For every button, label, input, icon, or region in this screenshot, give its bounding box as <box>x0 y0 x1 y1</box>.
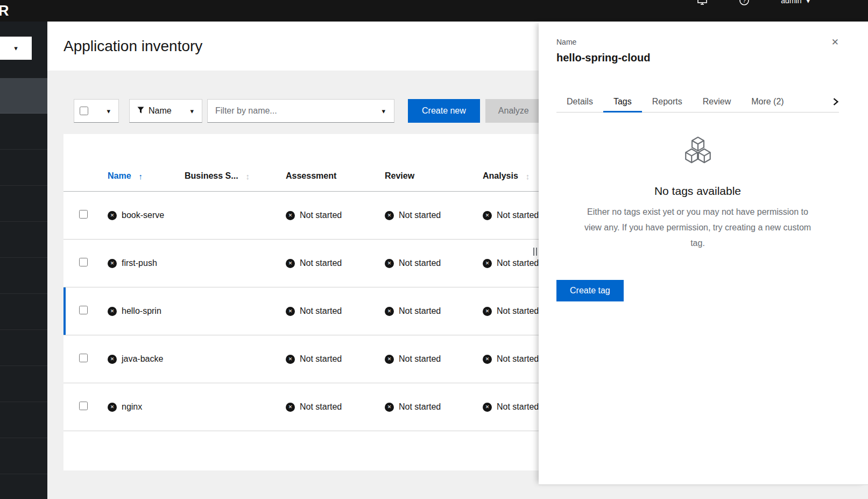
times-circle-icon <box>286 355 295 364</box>
sidebar-item[interactable] <box>0 114 47 150</box>
row-checkbox[interactable] <box>79 210 88 219</box>
chevron-down-icon: ▾ <box>806 0 810 4</box>
times-circle-icon <box>483 211 492 220</box>
details-drawer: Name hello-spring-cloud ✕ Details Tags R… <box>539 22 868 485</box>
name-filter-select[interactable]: ▾ <box>207 99 394 123</box>
analyze-button[interactable]: Analyze <box>485 99 542 123</box>
create-new-button[interactable]: Create new <box>408 99 480 123</box>
assessment-status: Not started <box>286 258 385 268</box>
bulk-select-checkbox[interactable] <box>80 107 88 115</box>
filter-by-name-input[interactable] <box>214 106 382 116</box>
assessment-status: Not started <box>286 354 385 364</box>
sidebar-item[interactable] <box>0 150 47 186</box>
perspective-dropdown[interactable]: ▾ <box>0 37 32 60</box>
filter-category-label: Name <box>149 106 172 116</box>
username: admin <box>781 0 801 5</box>
page-title: Application inventory <box>63 38 202 55</box>
masthead-actions: ? admin ▾ <box>697 0 810 6</box>
bulk-select-dropdown[interactable]: ▾ <box>74 99 119 123</box>
review-status: Not started <box>385 354 483 364</box>
sort-ascending-icon: ↑ <box>139 172 143 181</box>
svg-text:?: ? <box>743 0 746 4</box>
review-status: Not started <box>385 258 483 268</box>
tab-reports[interactable]: Reports <box>642 91 693 112</box>
times-circle-icon <box>286 403 295 412</box>
chevron-down-icon: ▾ <box>190 108 194 115</box>
chevron-right-icon[interactable] <box>832 91 839 112</box>
drawer-application-name: hello-spring-cloud <box>556 52 650 64</box>
header-cell-checkbox <box>63 181 108 191</box>
review-status: Not started <box>385 402 483 412</box>
sidebar-item[interactable] <box>0 402 47 438</box>
times-circle-icon <box>483 259 492 268</box>
user-menu[interactable]: admin ▾ <box>781 0 810 5</box>
column-header-name[interactable]: Name ↑ <box>108 171 185 191</box>
row-checkbox[interactable] <box>79 354 88 362</box>
times-circle-icon <box>385 259 394 268</box>
times-circle-icon <box>286 259 295 268</box>
row-checkbox[interactable] <box>79 258 88 266</box>
sort-icon: ↕ <box>526 172 530 181</box>
sidebar-item[interactable] <box>0 366 47 402</box>
empty-state-description: Either no tags exist yet or you may not … <box>582 205 814 251</box>
sidebar-item[interactable] <box>0 222 47 258</box>
assessment-status: Not started <box>286 402 385 412</box>
times-circle-icon <box>385 307 394 316</box>
assessment-status: Not started <box>286 306 385 316</box>
app-root: R ? admin ▾ ▾ <box>0 0 868 499</box>
column-header-review: Review <box>385 171 483 191</box>
chevron-down-icon: ▾ <box>107 108 110 115</box>
times-circle-icon <box>385 211 394 220</box>
sidebar-item[interactable] <box>0 438 47 474</box>
cubes-icon <box>681 159 715 168</box>
create-tag-button[interactable]: Create tag <box>556 280 624 301</box>
application-name: nginx <box>122 402 142 412</box>
review-status: Not started <box>385 210 483 220</box>
drawer-field-label: Name <box>556 38 650 46</box>
drawer-resize-handle[interactable] <box>533 248 537 256</box>
chevron-down-icon: ▾ <box>382 108 385 115</box>
application-name: java-backe <box>122 354 163 364</box>
sort-icon: ↕ <box>246 172 250 181</box>
tab-details[interactable]: Details <box>556 91 603 112</box>
empty-state-title: No tags available <box>556 185 839 198</box>
application-name: hello-sprin <box>122 306 161 316</box>
times-circle-icon <box>108 307 117 316</box>
application-name: book-serve <box>122 210 164 220</box>
masthead: R ? admin ▾ <box>0 0 868 22</box>
filter-icon <box>137 106 144 116</box>
sidebar-item[interactable] <box>0 294 47 330</box>
tab-more[interactable]: More (2) <box>741 91 794 112</box>
times-circle-icon <box>483 403 492 412</box>
assessment-status: Not started <box>286 210 385 220</box>
help-icon[interactable]: ? <box>739 0 750 6</box>
review-status: Not started <box>385 306 483 316</box>
times-circle-icon <box>483 355 492 364</box>
sidebar-nav <box>0 78 47 474</box>
sidebar-item[interactable] <box>0 186 47 222</box>
sidebar-item[interactable] <box>0 258 47 294</box>
filter-category-dropdown[interactable]: Name ▾ <box>129 99 202 123</box>
times-circle-icon <box>385 355 394 364</box>
column-header-assessment: Assessment <box>286 171 385 191</box>
sidebar-item[interactable] <box>0 78 47 114</box>
drawer-tabs: Details Tags Reports Review More (2) <box>556 91 839 113</box>
sidebar: ▾ <box>0 22 47 499</box>
times-circle-icon <box>483 307 492 316</box>
times-circle-icon <box>108 355 117 364</box>
display-icon[interactable] <box>697 0 708 6</box>
brand-logo[interactable]: R <box>0 0 9 22</box>
times-circle-icon <box>108 211 117 220</box>
times-circle-icon <box>108 403 117 412</box>
row-checkbox[interactable] <box>79 402 88 410</box>
times-circle-icon <box>108 259 117 268</box>
row-checkbox[interactable] <box>79 306 88 314</box>
tab-tags[interactable]: Tags <box>603 91 642 112</box>
sidebar-item[interactable] <box>0 330 47 366</box>
drawer-header: Name hello-spring-cloud ✕ <box>556 38 839 64</box>
tab-review[interactable]: Review <box>693 91 741 112</box>
close-icon[interactable]: ✕ <box>831 38 839 47</box>
chevron-down-icon: ▾ <box>14 45 18 52</box>
times-circle-icon <box>385 403 394 412</box>
column-header-business-services[interactable]: Business S... ↕ <box>185 171 286 191</box>
